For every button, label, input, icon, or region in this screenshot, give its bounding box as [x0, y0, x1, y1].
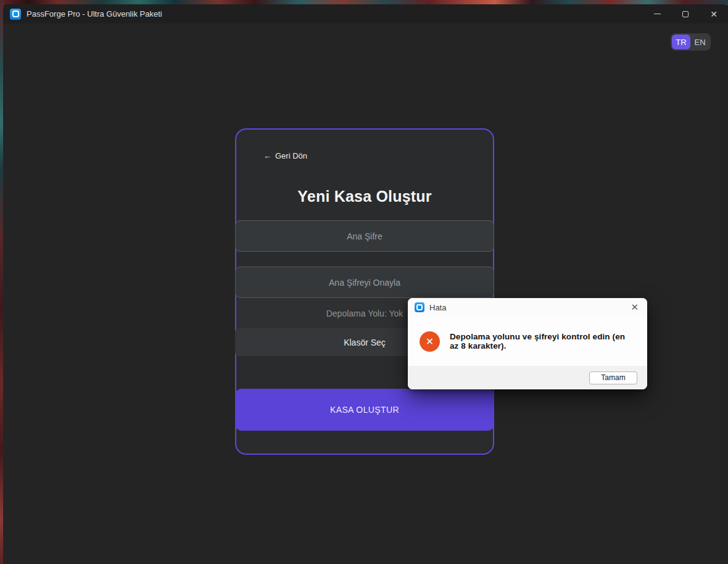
close-button[interactable]: ✕	[700, 4, 728, 23]
back-label: Geri Dön	[275, 151, 307, 160]
language-toggle: TR EN	[671, 33, 711, 51]
title-bar: PassForge Pro - Ultra Güvenlik Paketi ✕	[3, 4, 728, 23]
error-dialog: Hata ✕ ✕ Depolama yolunu ve şifreyi kont…	[408, 298, 647, 389]
minimize-icon	[654, 14, 661, 14]
error-icon: ✕	[420, 331, 440, 352]
dialog-close-button[interactable]: ✕	[629, 302, 640, 313]
dialog-title-bar: Hata ✕	[408, 298, 647, 317]
window-title: PassForge Pro - Ultra Güvenlik Paketi	[27, 9, 162, 19]
error-message: Depolama yolunu ve şifreyi kontrol edin …	[450, 332, 635, 350]
dialog-app-icon	[415, 302, 424, 312]
master-password-input[interactable]	[235, 220, 494, 252]
page-title: Yeni Kasa Oluştur	[236, 188, 493, 205]
dialog-body: ✕ Depolama yolunu ve şifreyi kontrol edi…	[408, 317, 647, 366]
window-controls: ✕	[643, 4, 728, 23]
maximize-icon	[682, 11, 689, 17]
language-en-button[interactable]: EN	[690, 38, 709, 47]
close-icon: ✕	[710, 10, 718, 19]
confirm-password-input[interactable]	[235, 267, 494, 298]
create-vault-card: ←Geri Dön Yeni Kasa Oluştur Depolama Yol…	[235, 128, 494, 455]
ok-button[interactable]: Tamam	[589, 371, 637, 384]
language-tr-button[interactable]: TR	[672, 35, 690, 49]
app-logo-icon	[10, 9, 21, 20]
maximize-button[interactable]	[671, 4, 700, 23]
minimize-button[interactable]	[643, 4, 671, 23]
dialog-title: Hata	[429, 303, 446, 312]
dialog-footer: Tamam	[408, 366, 647, 389]
app-window: PassForge Pro - Ultra Güvenlik Paketi ✕ …	[3, 4, 728, 564]
main-content: TR EN ←Geri Dön Yeni Kasa Oluştur Depola…	[3, 23, 728, 564]
back-button[interactable]: ←Geri Dön	[263, 151, 307, 160]
back-arrow-icon: ←	[263, 151, 271, 160]
create-vault-button[interactable]: KASA OLUŞTUR	[235, 389, 494, 431]
